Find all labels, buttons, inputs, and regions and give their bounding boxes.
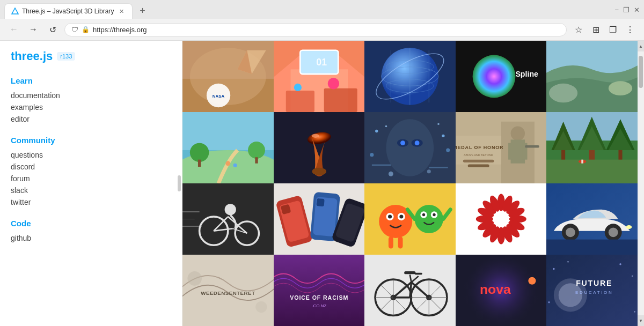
nav-documentation[interactable]: documentation — [11, 90, 171, 101]
community-section: Community questions discord forum slack … — [11, 136, 171, 208]
gallery-item-7[interactable] — [274, 112, 365, 183]
gallery-item-19[interactable]: nova — [456, 255, 547, 326]
back-button[interactable]: ← — [6, 22, 21, 37]
url-bar[interactable]: 🛡 🔒 https://threejs.org — [64, 23, 567, 36]
gallery: NASA 01 — [182, 41, 638, 326]
nav-slack[interactable]: slack — [11, 184, 171, 196]
main-content: three.js r133 Learn documentation exampl… — [0, 41, 644, 326]
gallery-item-16[interactable]: WEEDENSENTERET — [182, 255, 274, 326]
sidebar: three.js r133 Learn documentation exampl… — [0, 41, 182, 326]
nav-forum[interactable]: forum — [11, 173, 171, 184]
browser-chrome: Three.js – JavaScript 3D Library ✕ + − ❐… — [0, 0, 644, 41]
shield-icon: 🛡 — [71, 26, 78, 34]
code-heading: Code — [11, 219, 171, 228]
gallery-item-17[interactable]: VOICE OF RACISM .CO.NZ — [274, 255, 365, 326]
svg-marker-0 — [12, 8, 18, 14]
learn-heading: Learn — [11, 76, 171, 85]
minimize-button[interactable]: − — [614, 6, 619, 14]
tab-close-button[interactable]: ✕ — [117, 7, 126, 16]
scroll-down-button[interactable]: ▼ — [638, 315, 644, 326]
code-section: Code github — [11, 219, 171, 244]
bookmark-button[interactable]: ☆ — [571, 22, 586, 37]
lock-icon: 🔒 — [82, 26, 90, 33]
maximize-button[interactable]: ❐ — [623, 6, 630, 14]
scroll-thumb[interactable] — [639, 56, 643, 88]
reload-button[interactable]: ↺ — [45, 22, 60, 37]
nav-examples[interactable]: examples — [11, 101, 171, 113]
gallery-item-4[interactable]: Spline — [456, 41, 547, 112]
nav-questions[interactable]: questions — [11, 149, 171, 161]
nav-twitter[interactable]: twitter — [11, 196, 171, 208]
gallery-item-1[interactable]: NASA — [182, 41, 274, 112]
new-tab-button[interactable]: + — [135, 4, 150, 19]
nav-github[interactable]: github — [11, 232, 171, 244]
scroll-up-button[interactable]: ▲ — [638, 41, 644, 51]
nav-editor[interactable]: editor — [11, 113, 171, 125]
gallery-item-11[interactable] — [182, 183, 274, 255]
gallery-item-9[interactable]: MEDAL OF HONOR ABOVE AND BEYOND — [456, 112, 547, 183]
window-close-button[interactable]: ✕ — [634, 6, 640, 14]
address-bar: ← → ↺ 🛡 🔒 https://threejs.org ☆ ⊞ ❐ ⋮ — [0, 19, 644, 40]
gallery-item-8[interactable] — [364, 112, 456, 183]
gallery-item-2[interactable]: 01 — [274, 41, 365, 112]
more-button[interactable]: ⋮ — [623, 22, 638, 37]
site-logo[interactable]: three.js — [11, 49, 53, 63]
nav-discord[interactable]: discord — [11, 161, 171, 173]
gallery-item-18[interactable] — [364, 255, 456, 326]
gallery-item-3[interactable] — [364, 41, 456, 112]
url-text[interactable]: https://threejs.org — [93, 26, 560, 34]
gallery-item-13[interactable] — [364, 183, 456, 255]
gallery-scrollbar[interactable]: ▲ ▼ — [638, 41, 644, 326]
forward-button[interactable]: → — [26, 22, 41, 37]
gallery-item-6[interactable] — [182, 112, 274, 183]
tab-title: Three.js – JavaScript 3D Library — [22, 8, 114, 15]
sidebar-button[interactable]: ⊞ — [588, 22, 603, 37]
tab-favicon — [11, 8, 19, 15]
gallery-item-20[interactable]: FUTURE EDUCATION — [546, 255, 638, 326]
active-tab[interactable]: Three.js – JavaScript 3D Library ✕ — [4, 3, 133, 19]
gallery-item-14[interactable] — [456, 183, 547, 255]
gallery-item-10[interactable] — [546, 112, 638, 183]
gallery-item-15[interactable] — [546, 183, 638, 255]
gallery-item-5[interactable] — [546, 41, 638, 112]
learn-section: Learn documentation examples editor — [11, 76, 171, 125]
browser-right-icons: ☆ ⊞ ❐ ⋮ — [571, 22, 638, 37]
tab-bar: Three.js – JavaScript 3D Library ✕ + − ❐… — [0, 0, 644, 19]
sidebar-scrollbar[interactable] — [178, 175, 181, 191]
version-badge: r133 — [57, 52, 75, 61]
extensions-button[interactable]: ❐ — [605, 22, 620, 37]
community-heading: Community — [11, 136, 171, 145]
logo-area: three.js r133 — [11, 49, 171, 63]
gallery-item-12[interactable] — [274, 183, 365, 255]
